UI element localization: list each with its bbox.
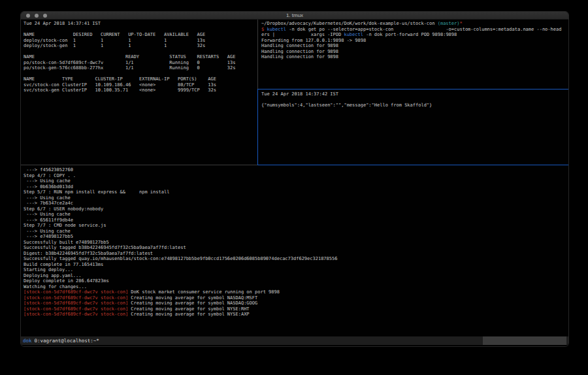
terminal-line: NAME DESIRED CURRENT UP-TO-DATE AVAILABL… bbox=[24, 32, 257, 38]
terminal-line: Watching for changes... bbox=[24, 284, 568, 290]
status-right: ⎈minikube:default bbox=[483, 336, 566, 345]
terminal-text: ---> e74898127bb5 bbox=[24, 234, 73, 239]
pane-divider-horizontal-active[interactable] bbox=[257, 89, 568, 90]
terminal-text: ---> 65611ff9db4e bbox=[24, 218, 73, 223]
tmux-status-bar: dok 0:vagrant@localhost:~* ⎈minikube:def… bbox=[21, 336, 568, 345]
pane-port-forward[interactable]: ~/Dropbox/advocacy/Kubernetes/DoK/work/d… bbox=[258, 20, 568, 89]
terminal-line: Deploy complete in 286.647823ms bbox=[24, 278, 568, 284]
pane-divider-horizontal-left[interactable] bbox=[21, 165, 257, 165]
terminal-text: DoK stock market consumer service runnin… bbox=[128, 289, 280, 295]
terminal-text: Tue 24 Apr 2018 14:37:41 IST bbox=[24, 21, 101, 26]
terminal-line: ---> 7b6347ce2a4c bbox=[24, 201, 568, 206]
terminal-line: Handling connection for 9898 bbox=[261, 43, 568, 49]
terminal-text: ---> 0b636bd013dd bbox=[24, 184, 73, 189]
kube-context: minikube bbox=[517, 346, 541, 347]
terminal-line: deploy/stock-gen 1 1 1 1 32s bbox=[24, 43, 257, 49]
terminal-line: Tue 24 Apr 2018 14:37:41 IST bbox=[24, 21, 257, 27]
terminal-text: ---> f45623052760 bbox=[24, 167, 73, 172]
terminal-text: [stock-con-5d7df689cf-dwc7v stock-con] bbox=[24, 289, 128, 295]
terminal-text: -n dok get po --selector=app=stock-con -… bbox=[286, 27, 561, 32]
terminal-line: svc/stock-gen ClusterIP 10.100.35.71 <no… bbox=[24, 88, 257, 93]
terminal-text: -n dok port-forward POD 9898:9898 bbox=[363, 32, 457, 37]
terminal-line: ~/Dropbox/advocacy/Kubernetes/DoK/work/d… bbox=[261, 21, 568, 27]
pane-divider-vertical-active[interactable] bbox=[257, 90, 258, 165]
terminal-line: Handling connection for 9898 bbox=[261, 54, 568, 60]
terminal-text: [stock-con-5d7df689cf-dwc7v stock-con] bbox=[24, 301, 128, 306]
terminal-line: NAME TYPE CLUSTER-IP EXTERNAL-IP PORT(S)… bbox=[24, 76, 257, 82]
terminal-line: ---> e74898127bb5 bbox=[24, 234, 568, 240]
terminal-line: {"numsymbols":4,"lastseen":"","message":… bbox=[261, 103, 568, 108]
pane-skaffold-log[interactable]: ---> f45623052760Step 4/7 : COPY . . ---… bbox=[21, 165, 568, 336]
terminal-line: Step 5/7 : RUN npm install express && np… bbox=[24, 189, 568, 195]
terminal-text: po/stock-gen-576cc688bb-277hx 1/1 Runnin… bbox=[24, 65, 236, 71]
terminal-text: Tue 24 Apr 2018 14:37:42 IST bbox=[261, 91, 338, 97]
terminal-text: Digest: b38b42246945fd7f32c5ba9aea7af7fd… bbox=[24, 251, 153, 256]
terminal-text: svc/stock-con ClusterIP 10.109.186.46 <n… bbox=[24, 82, 216, 88]
terminal-line: svc/stock-con ClusterIP 10.109.186.46 <n… bbox=[24, 82, 257, 88]
terminal-text: Creating moving average for symbol NASDA… bbox=[128, 301, 257, 306]
terminal-text: ---> Using cache bbox=[24, 178, 71, 184]
terminal-text: Successfully tagged quay.io/mhausenblas/… bbox=[24, 256, 337, 261]
terminal-text: NAME DESIRED CURRENT UP-TO-DATE AVAILABL… bbox=[24, 32, 205, 37]
terminal-text: ---> Using cache bbox=[24, 229, 71, 234]
window-titlebar[interactable]: 1. tmux bbox=[21, 12, 568, 20]
terminal-text: [stock-con-5d7df689cf-dwc7v stock-con] bbox=[24, 306, 128, 312]
terminal-text: Deploying app.yaml... bbox=[24, 273, 82, 278]
terminal-text: Step 4/7 : COPY . . bbox=[24, 173, 76, 178]
terminal-text: deploy/stock-con 1 1 1 1 13s bbox=[24, 38, 205, 43]
session-name: dok bbox=[23, 336, 32, 345]
terminal-line bbox=[24, 71, 257, 77]
terminal-text: Step 6/7 : USER nobody:nobody bbox=[24, 206, 103, 212]
terminal-line: ---> Using cache bbox=[24, 229, 568, 235]
terminal-text: kubectl bbox=[267, 27, 286, 32]
terminal-line: Successfully tagged b38b42246945fd7f32c5… bbox=[24, 245, 568, 251]
terminal-text: Creating moving average for symbol NASDA… bbox=[128, 295, 257, 301]
kubernetes-helm-icon: ⎈ bbox=[514, 346, 517, 347]
terminal-text: Creating moving average for symbol NYSE:… bbox=[128, 306, 249, 312]
pane-divider-horizontal-right-active[interactable] bbox=[257, 165, 568, 165]
terminal-line: ---> f45623052760 bbox=[24, 167, 568, 173]
terminal-text: kubectl bbox=[344, 32, 363, 37]
terminal-line: ---> 0b636bd013dd bbox=[24, 184, 568, 190]
terminal-line: [stock-con-5d7df689cf-dwc7v stock-con] D… bbox=[24, 289, 568, 295]
tmux-session: Tue 24 Apr 2018 14:37:41 ISTNAME DESIRED… bbox=[21, 20, 568, 347]
terminal-text: ~/Dropbox/advocacy/Kubernetes/DoK/work/d… bbox=[261, 21, 438, 26]
terminal-text: ers | xargs -IPOD bbox=[261, 32, 344, 37]
terminal-text: Forwarding from 127.0.0.1:9898 -> 9898 bbox=[261, 38, 366, 43]
terminal-line: po/stock-gen-576cc688bb-277hx 1/1 Runnin… bbox=[24, 65, 257, 71]
terminal-line: ers | xargs -IPOD kubectl -n dok port-fo… bbox=[261, 32, 568, 38]
pane-service-output[interactable]: Tue 24 Apr 2018 14:37:42 IST{"numsymbols… bbox=[258, 90, 568, 165]
terminal-text: po/stock-con-5d7df689cf-dwc7v 1/1 Runnin… bbox=[24, 60, 236, 65]
terminal-line: ---> Using cache bbox=[24, 212, 568, 218]
active-window-label: 0:vagrant@localhost:~* bbox=[35, 336, 99, 345]
terminal-line: Forwarding from 127.0.0.1:9898 -> 9898 bbox=[261, 38, 568, 44]
terminal-line: NAME READY STATUS RESTARTS AGE bbox=[24, 54, 257, 60]
terminal-line: ---> Using cache bbox=[24, 195, 568, 201]
terminal-line: Successfully built e74898127bb5 bbox=[24, 240, 568, 246]
terminal-text: [stock-con-5d7df689cf-dwc7v stock-con] bbox=[24, 295, 128, 301]
pane-kubectl-watch[interactable]: Tue 24 Apr 2018 14:37:41 ISTNAME DESIRED… bbox=[21, 20, 257, 165]
terminal-line: Starting deploy... bbox=[24, 267, 568, 273]
terminal-text: deploy/stock-gen 1 1 1 1 32s bbox=[24, 43, 205, 48]
terminal-line: Build complete in 77.165413ms bbox=[24, 262, 568, 268]
terminal-line: Step 7/7 : CMD node service.js bbox=[24, 223, 568, 229]
terminal-line: Step 4/7 : COPY . . bbox=[24, 173, 568, 179]
terminal-line: Handling connection for 9898 bbox=[261, 49, 568, 55]
terminal-text: Handling connection for 9898 bbox=[261, 43, 338, 48]
terminal-text: ---> 7b6347ce2a4c bbox=[24, 201, 73, 206]
terminal-line: deploy/stock-con 1 1 1 1 13s bbox=[24, 38, 257, 44]
terminal-text: Starting deploy... bbox=[24, 267, 73, 272]
terminal-line: Step 6/7 : USER nobody:nobody bbox=[24, 206, 568, 212]
kube-namespace: :default bbox=[541, 346, 564, 347]
terminal-line: [stock-con-5d7df689cf-dwc7v stock-con] C… bbox=[24, 295, 568, 301]
terminal-text: Step 7/7 : CMD node service.js bbox=[24, 223, 106, 228]
terminal-text: Deploy complete in 286.647823ms bbox=[24, 278, 109, 284]
terminal-text: NAME TYPE CLUSTER-IP EXTERNAL-IP PORT(S)… bbox=[24, 76, 216, 82]
terminal-line: ---> Using cache bbox=[24, 178, 568, 184]
terminal-line: $ kubectl -n dok get po --selector=app=s… bbox=[261, 27, 568, 33]
terminal-line bbox=[261, 97, 568, 103]
terminal-text: Step 5/7 : RUN npm install express && np… bbox=[24, 189, 169, 195]
terminal-line: Successfully tagged quay.io/mhausenblas/… bbox=[24, 256, 568, 262]
terminal-text: [stock-con-5d7df689cf-dwc7v stock-con] bbox=[24, 312, 128, 317]
pane-divider-vertical-top[interactable] bbox=[257, 20, 258, 89]
